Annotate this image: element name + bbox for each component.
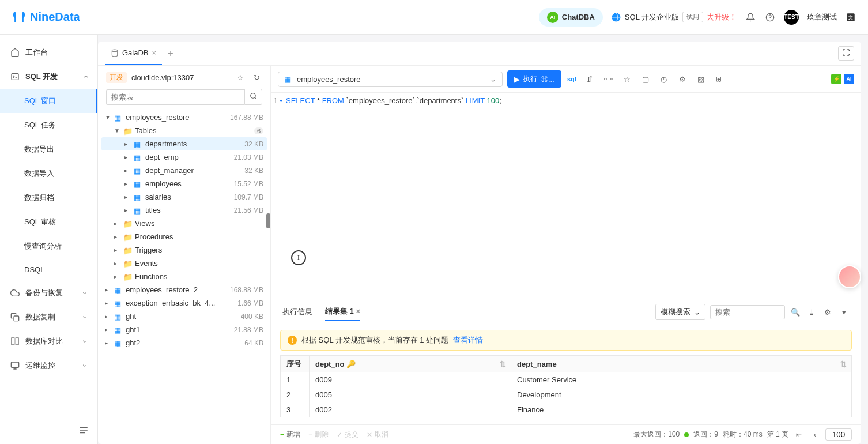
- assistant-avatar[interactable]: [838, 265, 861, 288]
- fuzzy-search-select[interactable]: 模糊搜索⌄: [655, 304, 705, 320]
- col-dept-name[interactable]: dept_name⇅: [511, 356, 852, 372]
- delete-row-button[interactable]: −删除: [308, 430, 329, 439]
- editor-panel: ▦ employees_restore ⌄ ▶ 执行 ⌘... sql ⇵: [271, 66, 861, 444]
- table-row[interactable]: 2d005Development: [281, 387, 852, 402]
- submit-button[interactable]: ✓提交: [337, 430, 358, 439]
- fullscreen-button[interactable]: [838, 46, 854, 61]
- sidebar-sql-task[interactable]: SQL 任务: [0, 113, 97, 137]
- tree-database[interactable]: ▸▦ght121.88 MB: [101, 323, 267, 336]
- editor-toolbar: ▦ employees_restore ⌄ ▶ 执行 ⌘... sql ⇵: [271, 66, 861, 93]
- tree-folder[interactable]: ▸📁Procedures: [101, 230, 267, 243]
- sidebar-audit[interactable]: SQL 审核: [0, 210, 97, 234]
- tree-table[interactable]: ▸▦dept_manager32 KB: [101, 164, 267, 177]
- help-icon[interactable]: [764, 12, 776, 23]
- star-icon[interactable]: ☆: [235, 72, 246, 83]
- badge-ai[interactable]: AI: [844, 74, 854, 84]
- sidebar-replication[interactable]: 数据复制: [0, 305, 97, 329]
- logo-icon: [12, 10, 27, 25]
- sql-format-icon[interactable]: sql: [566, 73, 578, 85]
- table-row[interactable]: 1d009Customer Service: [281, 372, 852, 387]
- tree-table[interactable]: ▸▦salaries109.7 MB: [101, 190, 267, 204]
- tree-table[interactable]: ▸▦departments32 KB: [101, 137, 267, 150]
- first-page-icon[interactable]: ⇤: [793, 429, 805, 441]
- sidebar-sql-dev[interactable]: SQL 开发: [0, 65, 97, 89]
- close-icon[interactable]: ×: [152, 48, 157, 57]
- upgrade-link[interactable]: 去升级！: [707, 12, 737, 22]
- sidebar-slowquery[interactable]: 慢查询分析: [0, 234, 97, 258]
- tab-exec-info[interactable]: 执行信息: [282, 303, 312, 321]
- col-seq[interactable]: 序号: [281, 356, 310, 372]
- tab-gaiadb[interactable]: GaiaDB ×: [105, 42, 162, 65]
- logo[interactable]: NineData: [12, 10, 80, 25]
- svg-rect-8: [11, 362, 18, 367]
- tree-tables-folder[interactable]: ▼📁Tables6: [101, 124, 267, 137]
- add-tab-button[interactable]: +: [168, 48, 173, 59]
- tree-database[interactable]: ▸▦exception_errbasic_bk_4...1.66 MB: [101, 296, 267, 310]
- sidebar-sql-window[interactable]: SQL 窗口: [0, 89, 97, 113]
- sidebar-backup[interactable]: 备份与恢复: [0, 281, 97, 305]
- sql-editor[interactable]: 1 ● SELECT * FROM `employees_restore`.`d…: [271, 93, 861, 299]
- username[interactable]: 玖章测试: [807, 12, 837, 22]
- table-row[interactable]: 3d002Finance: [281, 402, 852, 417]
- shield-icon[interactable]: ⛨: [714, 73, 725, 85]
- tree-database[interactable]: ▼▦employees_restore167.88 MB: [101, 111, 267, 124]
- chart-icon[interactable]: ▨: [695, 73, 707, 85]
- tree-database[interactable]: ▸▦employees_restore_2168.88 MB: [101, 283, 267, 296]
- export-icon[interactable]: ⤓: [806, 306, 817, 318]
- search-button[interactable]: [244, 89, 262, 105]
- page-size-input[interactable]: [825, 428, 852, 441]
- badge-optimize[interactable]: ⚡: [831, 74, 841, 84]
- trial-badge: 试用: [682, 12, 703, 22]
- folder-icon[interactable]: ▢: [640, 73, 651, 85]
- warning-details-link[interactable]: 查看详情: [453, 335, 483, 345]
- sidebar-import[interactable]: 数据导入: [0, 161, 97, 186]
- sort-icon[interactable]: ⇅: [840, 360, 847, 368]
- refresh-icon[interactable]: ↻: [251, 72, 262, 83]
- tree-table[interactable]: ▸▦employees15.52 MB: [101, 177, 267, 190]
- tree-table[interactable]: ▸▦dept_emp21.03 MB: [101, 150, 267, 164]
- gear-icon[interactable]: ⚙: [822, 306, 833, 318]
- run-button[interactable]: ▶ 执行 ⌘...: [507, 70, 561, 88]
- collapse-sidebar-icon[interactable]: [78, 424, 89, 436]
- tree-folder[interactable]: ▸📁Functions: [101, 270, 267, 283]
- history-icon[interactable]: ◷: [658, 73, 670, 85]
- cancel-button[interactable]: ✕取消: [367, 430, 388, 439]
- lang-icon[interactable]: 文: [845, 12, 856, 23]
- brand-text: NineData: [30, 10, 80, 24]
- tree-database[interactable]: ▸▦ght400 KB: [101, 310, 267, 323]
- tree-folder[interactable]: ▸📁Views: [101, 217, 267, 230]
- tree-folder[interactable]: ▸📁Triggers: [101, 243, 267, 257]
- result-search-input[interactable]: [710, 305, 785, 319]
- sidebar-compare[interactable]: 数据库对比: [0, 329, 97, 353]
- sidebar-dsql[interactable]: DSQL: [0, 258, 97, 281]
- share-icon[interactable]: ⚬⚬: [603, 73, 614, 85]
- chatdba-button[interactable]: AI ChatDBA: [539, 8, 603, 27]
- search-tables-input[interactable]: [106, 89, 244, 105]
- sort-icon[interactable]: ⇅: [500, 360, 506, 368]
- db-icon: [111, 49, 119, 57]
- warning-bar: ! 根据 SQL 开发规范审核，当前存在 1 处问题 查看详情: [280, 330, 852, 351]
- plan-icon[interactable]: ⇵: [584, 73, 596, 85]
- sidebar-export[interactable]: 数据导出: [0, 137, 97, 161]
- add-row-button[interactable]: +新增: [280, 430, 300, 439]
- tree-folder[interactable]: ▸📁Events: [101, 257, 267, 270]
- database-selector[interactable]: ▦ employees_restore ⌄: [278, 72, 503, 87]
- fav-icon[interactable]: ☆: [621, 73, 633, 85]
- search-icon[interactable]: 🔍: [790, 306, 801, 318]
- prev-page-icon[interactable]: ‹: [809, 429, 821, 441]
- settings-icon[interactable]: ⚙: [677, 73, 688, 85]
- tree-database[interactable]: ▸▦ght264 KB: [101, 336, 267, 349]
- tab-result-set[interactable]: 结果集 1 ×: [325, 303, 360, 321]
- sql-version[interactable]: SQL 开发企业版 试用 去升级！: [611, 12, 737, 22]
- sidebar-workbench[interactable]: 工作台: [0, 40, 97, 65]
- close-icon[interactable]: ×: [356, 307, 360, 315]
- svg-point-10: [251, 93, 256, 99]
- status-dot-icon: [684, 432, 689, 437]
- scrollbar[interactable]: [266, 213, 270, 228]
- sidebar-monitor[interactable]: 运维监控: [0, 353, 97, 378]
- bell-icon[interactable]: [745, 12, 756, 23]
- collapse-icon[interactable]: ▾: [838, 306, 850, 318]
- sidebar-archive[interactable]: 数据归档: [0, 186, 97, 210]
- col-dept-no[interactable]: dept_no 🔑⇅: [310, 356, 511, 372]
- tree-table[interactable]: ▸▦titles21.56 MB: [101, 204, 267, 217]
